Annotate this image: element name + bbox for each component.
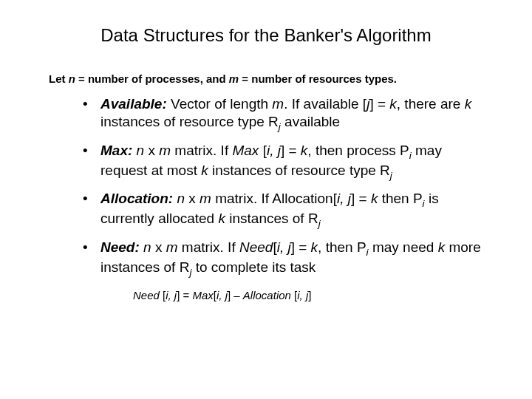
slide-title: Data Structures for the Banker's Algorit… bbox=[44, 25, 488, 46]
formula-max: Max bbox=[192, 289, 213, 301]
var-m: m bbox=[229, 72, 239, 85]
text: , then process P bbox=[307, 143, 409, 158]
var-k: k bbox=[371, 191, 378, 206]
var-k: k bbox=[218, 211, 225, 226]
var-n: n bbox=[137, 143, 145, 158]
bullet-allocation: Allocation: n x m matrix. If Allocation[… bbox=[86, 190, 488, 230]
formula-lhs: Need bbox=[133, 289, 163, 301]
text: x bbox=[144, 143, 159, 158]
text: ] = bbox=[291, 239, 311, 255]
text: available bbox=[281, 114, 340, 129]
bullet-list: Available: Vector of length m. If availa… bbox=[86, 95, 488, 279]
sub-j: j bbox=[318, 218, 321, 229]
intro-mid: = number of processes, and bbox=[75, 72, 229, 85]
text: [ bbox=[259, 143, 267, 158]
var-k: k bbox=[389, 96, 397, 112]
text: to complete its task bbox=[191, 259, 316, 275]
bracket: ] bbox=[308, 289, 311, 301]
var-n: n bbox=[69, 72, 75, 85]
var-k: k bbox=[465, 96, 472, 112]
text: x bbox=[151, 239, 166, 255]
intro-suffix: = number of resources types. bbox=[239, 72, 397, 85]
term-need: Need: bbox=[100, 239, 140, 255]
term-allocation: Allocation: bbox=[100, 191, 173, 206]
text: instances of resource type R bbox=[208, 163, 390, 178]
text: , then P bbox=[318, 239, 366, 255]
bullet-need: Need: n x m matrix. If Need[i, j] = k, t… bbox=[86, 239, 488, 279]
minus: – bbox=[231, 289, 243, 301]
intro-line: Let n = number of processes, and m = num… bbox=[49, 72, 488, 85]
var-k: k bbox=[301, 143, 308, 158]
var-ij: i, j bbox=[166, 289, 177, 301]
text: may need bbox=[369, 239, 438, 255]
var-ij: i, j bbox=[277, 239, 291, 255]
var-k: k bbox=[438, 239, 446, 255]
var-ij: i, j bbox=[337, 191, 351, 206]
text: , there are bbox=[397, 96, 465, 112]
var-m: m bbox=[200, 191, 211, 206]
text: x bbox=[185, 191, 200, 206]
text: matrix. If bbox=[171, 143, 232, 158]
text: instances of R bbox=[225, 211, 318, 226]
text: ] = bbox=[281, 143, 301, 158]
var-m: m bbox=[159, 143, 171, 158]
term-max: Max: bbox=[100, 143, 132, 158]
text: ] = bbox=[369, 96, 389, 112]
text: ] = bbox=[351, 191, 371, 206]
var-k: k bbox=[201, 163, 208, 178]
var-ij: i, j bbox=[216, 289, 228, 301]
var-ij: i, j bbox=[267, 143, 281, 158]
term-available: Available: bbox=[100, 96, 167, 112]
word-max: Max bbox=[232, 143, 259, 158]
text: . If available [ bbox=[284, 96, 366, 112]
var-m: m bbox=[166, 239, 178, 255]
formula-alloc: Allocation bbox=[243, 289, 294, 301]
bullet-available: Available: Vector of length m. If availa… bbox=[86, 95, 488, 133]
var-m: m bbox=[272, 96, 284, 112]
bullet-max: Max: n x m matrix. If Max [i, j] = k, th… bbox=[86, 142, 488, 182]
var-n: n bbox=[143, 239, 151, 255]
need-formula: Need [i, j] = Max[i, j] – Allocation [i,… bbox=[133, 289, 488, 301]
intro-prefix: Let bbox=[49, 72, 69, 85]
var-ij: i, j bbox=[297, 289, 308, 301]
text: matrix. If bbox=[178, 239, 239, 255]
sub-j: j bbox=[390, 169, 392, 180]
text: then P bbox=[378, 191, 422, 206]
var-k: k bbox=[311, 239, 318, 255]
text: Vector of length bbox=[167, 96, 273, 112]
text: matrix. If Allocation[ bbox=[211, 191, 337, 206]
eq: = bbox=[180, 289, 192, 301]
word-need: Need bbox=[239, 239, 273, 255]
text: instances of resource type R bbox=[100, 114, 279, 129]
var-n: n bbox=[177, 191, 185, 206]
